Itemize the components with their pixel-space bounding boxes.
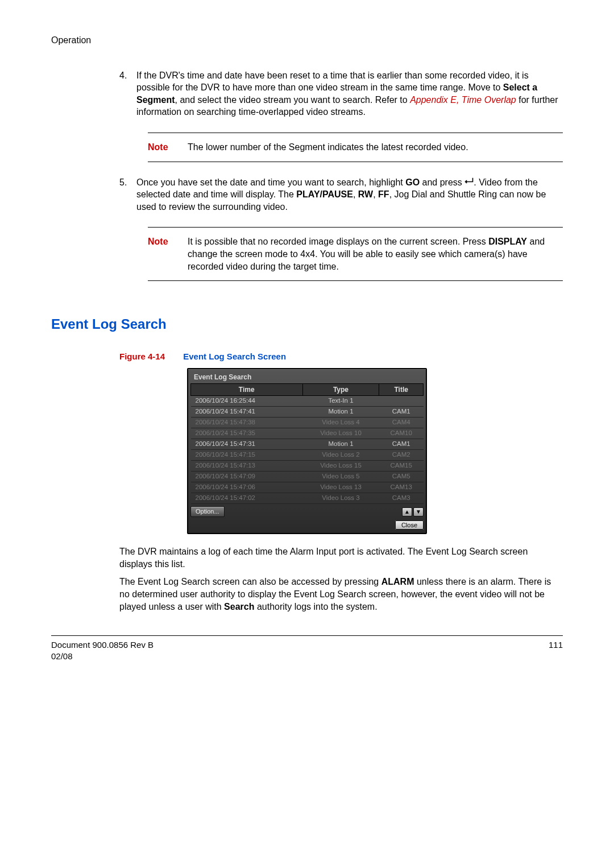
cell-time: 2006/10/24 15:47:31 [191,439,303,450]
text: It is possible that no recorded image di… [188,237,488,246]
cell-type: Text-In 1 [302,396,379,407]
col-time: Time [191,383,303,395]
note-text: It is possible that no recorded image di… [188,235,563,272]
cell-type: Video Loss 15 [302,461,379,472]
cell-time: 2006/10/24 15:47:09 [191,472,303,482]
note-text: The lower number of the Segment indicate… [188,141,563,154]
cell-time: 2006/10/24 15:47:06 [191,482,303,493]
text: authority logs into the system. [254,602,377,611]
cell-title: CAM3 [379,493,424,504]
text: If the DVR's time and date have been res… [136,71,529,93]
step-number: 4. [119,69,136,118]
cell-title: CAM1 [379,407,424,418]
figure-label: Figure 4-14 [119,352,165,361]
table-row[interactable]: 2006/10/24 15:47:38Video Loss 4CAM4 [191,418,424,428]
cell-title: CAM4 [379,418,424,428]
col-type: Type [302,383,379,395]
bold-text: ALARM [381,577,414,586]
bold-text: GO [405,177,420,187]
figure-caption: Figure 4-14 Event Log Search Screen [119,351,563,362]
cell-time: 2006/10/24 15:47:02 [191,493,303,504]
step-4: 4. If the DVR's time and date have been … [119,69,563,118]
cell-title: CAM10 [379,428,424,439]
note-label: Note [148,141,188,154]
note-label: Note [148,235,188,272]
table-row[interactable]: 2006/10/24 15:47:41Motion 1CAM1 [191,407,424,418]
cell-type: Motion 1 [302,439,379,450]
table-row[interactable]: 2006/10/24 16:25:44Text-In 1 [191,396,424,407]
table-row[interactable]: 2006/10/24 15:47:35Video Loss 10CAM10 [191,428,424,439]
bold-text: DISPLAY [488,237,527,246]
page-header: Operation [51,34,563,47]
cell-title: CAM15 [379,461,424,472]
text: Once you have set the date and time you … [136,177,405,187]
table-row[interactable]: 2006/10/24 15:47:13Video Loss 15CAM15 [191,461,424,472]
event-log-search-screenshot: Event Log Search Time Type Title 2006/10… [187,368,427,534]
step-number: 5. [119,176,136,213]
bold-text: FF [378,189,389,199]
table-row[interactable]: 2006/10/24 15:47:15Video Loss 2CAM2 [191,450,424,461]
paragraph: The DVR maintains a log of each time the… [119,545,563,570]
cell-time: 2006/10/24 16:25:44 [191,396,303,407]
section-heading: Event Log Search [51,315,563,333]
table-row[interactable]: 2006/10/24 15:47:31Motion 1CAM1 [191,439,424,450]
col-title: Title [379,383,424,395]
cell-type: Motion 1 [302,407,379,418]
dvr-window-title: Event Log Search [190,371,424,383]
doc-date: 02/08 [51,651,154,662]
option-button[interactable]: Option... [190,506,225,517]
page-number: 111 [549,639,563,663]
cell-type: Video Loss 13 [302,482,379,493]
enter-icon: ⮠ [464,176,474,189]
bold-text: Search [224,602,254,611]
cell-type: Video Loss 4 [302,418,379,428]
table-row[interactable]: 2006/10/24 15:47:02Video Loss 3CAM3 [191,493,424,504]
text: , [373,189,378,199]
cell-time: 2006/10/24 15:47:38 [191,418,303,428]
cell-title: CAM13 [379,482,424,493]
text: , and select the video stream you want t… [175,95,410,105]
note-block-2: Note It is possible that no recorded ima… [148,227,563,281]
text: , [353,189,358,199]
cell-type: Video Loss 3 [302,493,379,504]
text: The Event Log Search screen can also be … [119,577,381,586]
cell-title: CAM5 [379,472,424,482]
appendix-link[interactable]: Appendix E, Time Overlap [410,95,516,105]
table-row[interactable]: 2006/10/24 15:47:09Video Loss 5CAM5 [191,472,424,482]
table-row[interactable]: 2006/10/24 15:47:06Video Loss 13CAM13 [191,482,424,493]
cell-time: 2006/10/24 15:47:41 [191,407,303,418]
figure-title: Event Log Search Screen [183,352,286,361]
bold-text: PLAY/PAUSE [296,189,353,199]
step-5: 5. Once you have set the date and time y… [119,176,563,213]
text: and press [420,177,464,187]
bold-text: RW [358,189,373,199]
cell-title: CAM2 [379,450,424,461]
cell-time: 2006/10/24 15:47:13 [191,461,303,472]
scroll-up-icon[interactable]: ▲ [402,507,412,516]
cell-type: Video Loss 10 [302,428,379,439]
step-text: Once you have set the date and time you … [136,176,563,213]
cell-type: Video Loss 2 [302,450,379,461]
cell-time: 2006/10/24 15:47:35 [191,428,303,439]
event-log-table: Time Type Title 2006/10/24 16:25:44Text-… [190,383,424,504]
cell-time: 2006/10/24 15:47:15 [191,450,303,461]
doc-number: Document 900.0856 Rev B [51,639,154,651]
cell-type: Video Loss 5 [302,472,379,482]
cell-title [379,396,424,407]
cell-title: CAM1 [379,439,424,450]
note-block-1: Note The lower number of the Segment ind… [148,133,563,162]
paragraph: The Event Log Search screen can also be … [119,576,563,613]
scroll-down-icon[interactable]: ▼ [413,507,424,516]
page-footer: Document 900.0856 Rev B 02/08 111 [51,635,563,663]
step-text: If the DVR's time and date have been res… [136,69,563,118]
close-button[interactable]: Close [395,520,424,530]
